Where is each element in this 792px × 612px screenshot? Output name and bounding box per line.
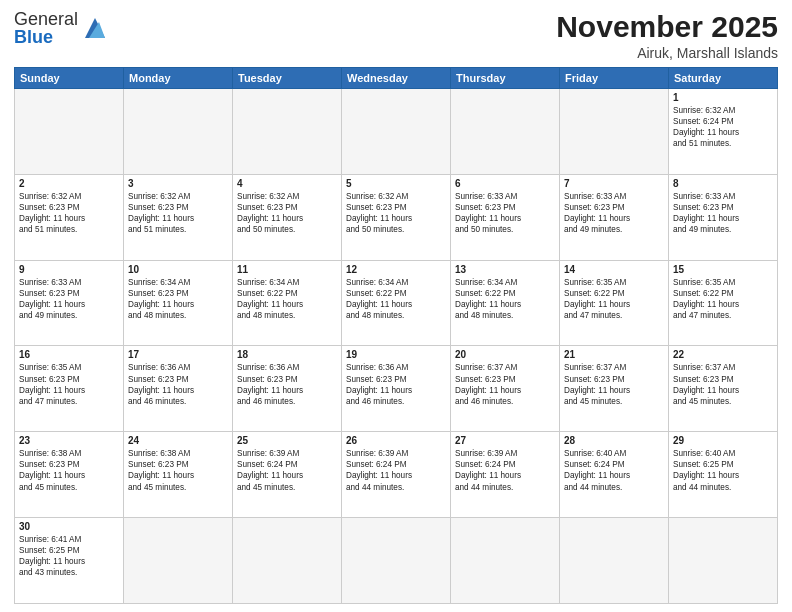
weekday-header-row: SundayMondayTuesdayWednesdayThursdayFrid… [15, 68, 778, 89]
calendar-table: SundayMondayTuesdayWednesdayThursdayFrid… [14, 67, 778, 604]
week-row-5: 23Sunrise: 6:38 AM Sunset: 6:23 PM Dayli… [15, 432, 778, 518]
calendar-cell: 6Sunrise: 6:33 AM Sunset: 6:23 PM Daylig… [451, 174, 560, 260]
day-info: Sunrise: 6:40 AM Sunset: 6:25 PM Dayligh… [673, 448, 773, 492]
logo-blue-text: Blue [14, 28, 78, 46]
day-info: Sunrise: 6:33 AM Sunset: 6:23 PM Dayligh… [673, 191, 773, 235]
calendar-cell: 30Sunrise: 6:41 AM Sunset: 6:25 PM Dayli… [15, 518, 124, 604]
day-info: Sunrise: 6:33 AM Sunset: 6:23 PM Dayligh… [455, 191, 555, 235]
weekday-friday: Friday [560, 68, 669, 89]
calendar-cell: 8Sunrise: 6:33 AM Sunset: 6:23 PM Daylig… [669, 174, 778, 260]
calendar-cell: 27Sunrise: 6:39 AM Sunset: 6:24 PM Dayli… [451, 432, 560, 518]
calendar-cell: 4Sunrise: 6:32 AM Sunset: 6:23 PM Daylig… [233, 174, 342, 260]
logo: General Blue [14, 10, 109, 46]
day-number: 6 [455, 178, 555, 189]
calendar-cell: 3Sunrise: 6:32 AM Sunset: 6:23 PM Daylig… [124, 174, 233, 260]
weekday-wednesday: Wednesday [342, 68, 451, 89]
day-info: Sunrise: 6:37 AM Sunset: 6:23 PM Dayligh… [455, 362, 555, 406]
day-number: 10 [128, 264, 228, 275]
calendar-cell: 10Sunrise: 6:34 AM Sunset: 6:23 PM Dayli… [124, 260, 233, 346]
day-info: Sunrise: 6:35 AM Sunset: 6:23 PM Dayligh… [19, 362, 119, 406]
day-info: Sunrise: 6:35 AM Sunset: 6:22 PM Dayligh… [673, 277, 773, 321]
calendar-cell [124, 518, 233, 604]
day-number: 17 [128, 349, 228, 360]
weekday-sunday: Sunday [15, 68, 124, 89]
calendar-cell: 24Sunrise: 6:38 AM Sunset: 6:23 PM Dayli… [124, 432, 233, 518]
week-row-1: 1Sunrise: 6:32 AM Sunset: 6:24 PM Daylig… [15, 89, 778, 175]
day-info: Sunrise: 6:38 AM Sunset: 6:23 PM Dayligh… [19, 448, 119, 492]
day-info: Sunrise: 6:36 AM Sunset: 6:23 PM Dayligh… [346, 362, 446, 406]
day-number: 21 [564, 349, 664, 360]
title-block: November 2025 Airuk, Marshall Islands [556, 10, 778, 61]
calendar-cell: 29Sunrise: 6:40 AM Sunset: 6:25 PM Dayli… [669, 432, 778, 518]
day-info: Sunrise: 6:37 AM Sunset: 6:23 PM Dayligh… [673, 362, 773, 406]
day-number: 5 [346, 178, 446, 189]
day-number: 20 [455, 349, 555, 360]
day-number: 13 [455, 264, 555, 275]
day-info: Sunrise: 6:36 AM Sunset: 6:23 PM Dayligh… [237, 362, 337, 406]
week-row-6: 30Sunrise: 6:41 AM Sunset: 6:25 PM Dayli… [15, 518, 778, 604]
day-info: Sunrise: 6:39 AM Sunset: 6:24 PM Dayligh… [455, 448, 555, 492]
calendar-cell: 5Sunrise: 6:32 AM Sunset: 6:23 PM Daylig… [342, 174, 451, 260]
calendar-cell: 21Sunrise: 6:37 AM Sunset: 6:23 PM Dayli… [560, 346, 669, 432]
calendar-cell [560, 518, 669, 604]
weekday-tuesday: Tuesday [233, 68, 342, 89]
day-info: Sunrise: 6:34 AM Sunset: 6:22 PM Dayligh… [346, 277, 446, 321]
day-info: Sunrise: 6:32 AM Sunset: 6:23 PM Dayligh… [237, 191, 337, 235]
day-number: 22 [673, 349, 773, 360]
day-number: 30 [19, 521, 119, 532]
calendar-cell: 14Sunrise: 6:35 AM Sunset: 6:22 PM Dayli… [560, 260, 669, 346]
day-number: 27 [455, 435, 555, 446]
day-number: 15 [673, 264, 773, 275]
calendar-cell: 25Sunrise: 6:39 AM Sunset: 6:24 PM Dayli… [233, 432, 342, 518]
day-number: 16 [19, 349, 119, 360]
calendar-cell: 18Sunrise: 6:36 AM Sunset: 6:23 PM Dayli… [233, 346, 342, 432]
calendar-cell [15, 89, 124, 175]
calendar-cell [233, 518, 342, 604]
day-number: 23 [19, 435, 119, 446]
calendar-cell: 28Sunrise: 6:40 AM Sunset: 6:24 PM Dayli… [560, 432, 669, 518]
day-info: Sunrise: 6:38 AM Sunset: 6:23 PM Dayligh… [128, 448, 228, 492]
calendar-cell [669, 518, 778, 604]
logo-icon [81, 14, 109, 42]
calendar-cell [342, 518, 451, 604]
calendar-cell [451, 518, 560, 604]
day-number: 14 [564, 264, 664, 275]
week-row-2: 2Sunrise: 6:32 AM Sunset: 6:23 PM Daylig… [15, 174, 778, 260]
calendar-cell: 22Sunrise: 6:37 AM Sunset: 6:23 PM Dayli… [669, 346, 778, 432]
day-number: 1 [673, 92, 773, 103]
day-info: Sunrise: 6:32 AM Sunset: 6:24 PM Dayligh… [673, 105, 773, 149]
calendar-cell [233, 89, 342, 175]
day-number: 19 [346, 349, 446, 360]
calendar-cell: 19Sunrise: 6:36 AM Sunset: 6:23 PM Dayli… [342, 346, 451, 432]
day-number: 7 [564, 178, 664, 189]
week-row-4: 16Sunrise: 6:35 AM Sunset: 6:23 PM Dayli… [15, 346, 778, 432]
day-info: Sunrise: 6:32 AM Sunset: 6:23 PM Dayligh… [346, 191, 446, 235]
day-number: 11 [237, 264, 337, 275]
day-info: Sunrise: 6:37 AM Sunset: 6:23 PM Dayligh… [564, 362, 664, 406]
day-info: Sunrise: 6:39 AM Sunset: 6:24 PM Dayligh… [346, 448, 446, 492]
calendar-cell: 26Sunrise: 6:39 AM Sunset: 6:24 PM Dayli… [342, 432, 451, 518]
calendar-cell: 20Sunrise: 6:37 AM Sunset: 6:23 PM Dayli… [451, 346, 560, 432]
day-info: Sunrise: 6:41 AM Sunset: 6:25 PM Dayligh… [19, 534, 119, 578]
day-info: Sunrise: 6:32 AM Sunset: 6:23 PM Dayligh… [19, 191, 119, 235]
day-info: Sunrise: 6:33 AM Sunset: 6:23 PM Dayligh… [19, 277, 119, 321]
day-info: Sunrise: 6:39 AM Sunset: 6:24 PM Dayligh… [237, 448, 337, 492]
page: General Blue November 2025 Airuk, Marsha… [0, 0, 792, 612]
day-info: Sunrise: 6:40 AM Sunset: 6:24 PM Dayligh… [564, 448, 664, 492]
day-info: Sunrise: 6:33 AM Sunset: 6:23 PM Dayligh… [564, 191, 664, 235]
calendar-cell: 9Sunrise: 6:33 AM Sunset: 6:23 PM Daylig… [15, 260, 124, 346]
calendar-cell: 12Sunrise: 6:34 AM Sunset: 6:22 PM Dayli… [342, 260, 451, 346]
day-number: 2 [19, 178, 119, 189]
day-number: 26 [346, 435, 446, 446]
day-number: 25 [237, 435, 337, 446]
calendar-cell [451, 89, 560, 175]
day-info: Sunrise: 6:34 AM Sunset: 6:22 PM Dayligh… [455, 277, 555, 321]
calendar-cell: 23Sunrise: 6:38 AM Sunset: 6:23 PM Dayli… [15, 432, 124, 518]
day-info: Sunrise: 6:34 AM Sunset: 6:22 PM Dayligh… [237, 277, 337, 321]
day-number: 29 [673, 435, 773, 446]
week-row-3: 9Sunrise: 6:33 AM Sunset: 6:23 PM Daylig… [15, 260, 778, 346]
weekday-thursday: Thursday [451, 68, 560, 89]
day-number: 3 [128, 178, 228, 189]
calendar-cell: 15Sunrise: 6:35 AM Sunset: 6:22 PM Dayli… [669, 260, 778, 346]
calendar-cell: 11Sunrise: 6:34 AM Sunset: 6:22 PM Dayli… [233, 260, 342, 346]
